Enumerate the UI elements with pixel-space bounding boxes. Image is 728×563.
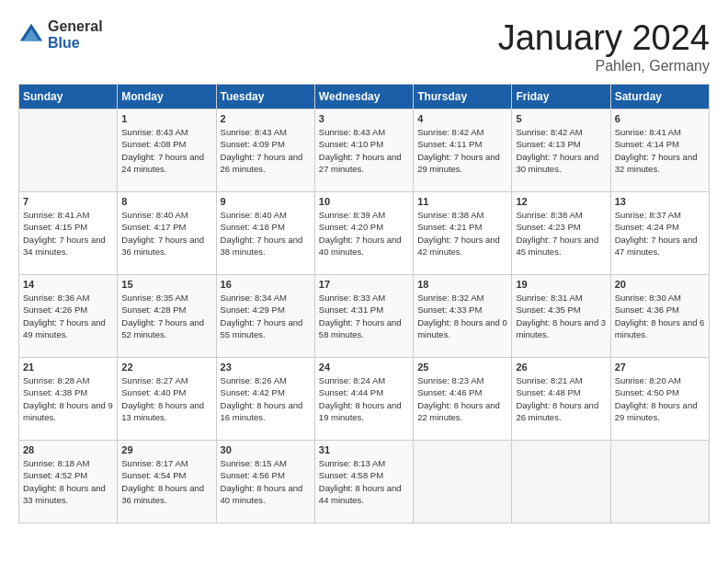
calendar-cell: 7Sunrise: 8:41 AMSunset: 4:15 PMDaylight… <box>19 192 118 275</box>
calendar-cell: 10Sunrise: 8:39 AMSunset: 4:20 PMDayligh… <box>314 192 413 275</box>
page-header: General Blue January 2024 Pahlen, German… <box>18 18 710 75</box>
logo-blue: Blue <box>48 35 103 52</box>
day-number: 22 <box>121 362 211 373</box>
calendar-cell: 6Sunrise: 8:41 AMSunset: 4:14 PMDaylight… <box>610 109 709 192</box>
day-number: 29 <box>121 444 211 455</box>
day-info: Sunrise: 8:33 AMSunset: 4:31 PMDaylight:… <box>319 292 409 340</box>
day-number: 31 <box>319 444 409 455</box>
calendar-cell: 22Sunrise: 8:27 AMSunset: 4:40 PMDayligh… <box>118 358 216 441</box>
weekday-header-friday: Friday <box>512 85 610 109</box>
day-info: Sunrise: 8:38 AMSunset: 4:23 PMDaylight:… <box>516 209 606 258</box>
calendar-cell: 9Sunrise: 8:40 AMSunset: 4:18 PMDaylight… <box>216 192 314 275</box>
logo: General Blue <box>18 18 103 51</box>
calendar-week-2: 14Sunrise: 8:36 AMSunset: 4:26 PMDayligh… <box>19 275 710 358</box>
day-number: 3 <box>319 113 409 124</box>
day-number: 24 <box>319 362 409 373</box>
calendar-table: SundayMondayTuesdayWednesdayThursdayFrid… <box>18 84 710 523</box>
day-info: Sunrise: 8:13 AMSunset: 4:58 PMDaylight:… <box>319 457 409 506</box>
day-info: Sunrise: 8:40 AMSunset: 4:18 PMDaylight:… <box>221 209 311 258</box>
day-number: 20 <box>615 279 705 290</box>
day-info: Sunrise: 8:38 AMSunset: 4:21 PMDaylight:… <box>417 209 507 258</box>
day-number: 8 <box>121 196 211 207</box>
calendar-cell: 5Sunrise: 8:42 AMSunset: 4:13 PMDaylight… <box>512 109 610 192</box>
day-info: Sunrise: 8:43 AMSunset: 4:08 PMDaylight:… <box>121 126 211 175</box>
day-number: 18 <box>417 279 507 290</box>
logo-general: General <box>48 18 103 35</box>
day-info: Sunrise: 8:35 AMSunset: 4:28 PMDaylight:… <box>121 292 211 340</box>
calendar-cell: 31Sunrise: 8:13 AMSunset: 4:58 PMDayligh… <box>314 441 413 523</box>
day-number: 5 <box>516 113 606 124</box>
calendar-cell: 11Sunrise: 8:38 AMSunset: 4:21 PMDayligh… <box>414 192 512 275</box>
day-info: Sunrise: 8:41 AMSunset: 4:14 PMDaylight:… <box>615 126 705 175</box>
calendar-cell: 26Sunrise: 8:21 AMSunset: 4:48 PMDayligh… <box>512 358 610 441</box>
weekday-header-sunday: Sunday <box>19 85 118 109</box>
day-number: 7 <box>23 196 113 207</box>
weekday-header-thursday: Thursday <box>414 85 512 109</box>
day-number: 10 <box>319 196 409 207</box>
day-number: 30 <box>221 444 311 455</box>
weekday-header-monday: Monday <box>118 85 216 109</box>
day-info: Sunrise: 8:34 AMSunset: 4:29 PMDaylight:… <box>221 292 311 340</box>
day-info: Sunrise: 8:30 AMSunset: 4:36 PMDaylight:… <box>615 292 705 340</box>
calendar-cell <box>19 109 118 192</box>
weekday-header-tuesday: Tuesday <box>216 85 314 109</box>
calendar-cell: 25Sunrise: 8:23 AMSunset: 4:46 PMDayligh… <box>414 358 512 441</box>
day-info: Sunrise: 8:43 AMSunset: 4:09 PMDaylight:… <box>221 126 311 175</box>
calendar-cell: 23Sunrise: 8:26 AMSunset: 4:42 PMDayligh… <box>216 358 314 441</box>
weekday-header-saturday: Saturday <box>610 85 709 109</box>
location: Pahlen, Germany <box>498 58 710 75</box>
calendar-cell <box>610 441 709 523</box>
calendar-cell: 14Sunrise: 8:36 AMSunset: 4:26 PMDayligh… <box>19 275 118 358</box>
day-info: Sunrise: 8:21 AMSunset: 4:48 PMDaylight:… <box>516 374 606 423</box>
day-number: 19 <box>516 279 606 290</box>
month-title: January 2024 <box>498 18 710 58</box>
day-number: 4 <box>417 113 507 124</box>
day-number: 17 <box>319 279 409 290</box>
day-number: 14 <box>23 279 113 290</box>
day-number: 15 <box>121 279 211 290</box>
weekday-header-wednesday: Wednesday <box>314 85 413 109</box>
day-info: Sunrise: 8:17 AMSunset: 4:54 PMDaylight:… <box>121 457 211 506</box>
weekday-header-row: SundayMondayTuesdayWednesdayThursdayFrid… <box>19 85 710 109</box>
day-info: Sunrise: 8:27 AMSunset: 4:40 PMDaylight:… <box>121 374 211 423</box>
day-info: Sunrise: 8:28 AMSunset: 4:38 PMDaylight:… <box>23 374 113 423</box>
calendar-cell: 24Sunrise: 8:24 AMSunset: 4:44 PMDayligh… <box>314 358 413 441</box>
calendar-cell: 2Sunrise: 8:43 AMSunset: 4:09 PMDaylight… <box>216 109 314 192</box>
calendar-week-3: 21Sunrise: 8:28 AMSunset: 4:38 PMDayligh… <box>19 358 710 441</box>
calendar-cell: 8Sunrise: 8:40 AMSunset: 4:17 PMDaylight… <box>118 192 216 275</box>
day-number: 11 <box>417 196 507 207</box>
day-number: 1 <box>121 113 211 124</box>
calendar-cell: 30Sunrise: 8:15 AMSunset: 4:56 PMDayligh… <box>216 441 314 523</box>
day-number: 23 <box>221 362 311 373</box>
day-info: Sunrise: 8:36 AMSunset: 4:26 PMDaylight:… <box>23 292 113 340</box>
calendar-cell: 19Sunrise: 8:31 AMSunset: 4:35 PMDayligh… <box>512 275 610 358</box>
day-number: 28 <box>23 444 113 455</box>
day-info: Sunrise: 8:31 AMSunset: 4:35 PMDaylight:… <box>516 292 606 340</box>
calendar-body: 1Sunrise: 8:43 AMSunset: 4:08 PMDaylight… <box>19 109 710 523</box>
calendar-cell: 28Sunrise: 8:18 AMSunset: 4:52 PMDayligh… <box>19 441 118 523</box>
calendar-week-0: 1Sunrise: 8:43 AMSunset: 4:08 PMDaylight… <box>19 109 710 192</box>
calendar-cell: 29Sunrise: 8:17 AMSunset: 4:54 PMDayligh… <box>118 441 216 523</box>
day-number: 27 <box>615 362 705 373</box>
logo-text: General Blue <box>48 18 103 51</box>
calendar-cell: 20Sunrise: 8:30 AMSunset: 4:36 PMDayligh… <box>610 275 709 358</box>
day-number: 9 <box>221 196 311 207</box>
day-info: Sunrise: 8:15 AMSunset: 4:56 PMDaylight:… <box>221 457 311 506</box>
day-info: Sunrise: 8:37 AMSunset: 4:24 PMDaylight:… <box>615 209 705 258</box>
day-info: Sunrise: 8:40 AMSunset: 4:17 PMDaylight:… <box>121 209 211 258</box>
day-info: Sunrise: 8:42 AMSunset: 4:11 PMDaylight:… <box>417 126 507 175</box>
calendar-cell: 18Sunrise: 8:32 AMSunset: 4:33 PMDayligh… <box>414 275 512 358</box>
title-section: January 2024 Pahlen, Germany <box>498 18 710 75</box>
day-number: 21 <box>23 362 113 373</box>
calendar-week-4: 28Sunrise: 8:18 AMSunset: 4:52 PMDayligh… <box>19 441 710 523</box>
calendar-header: SundayMondayTuesdayWednesdayThursdayFrid… <box>19 85 710 109</box>
day-info: Sunrise: 8:18 AMSunset: 4:52 PMDaylight:… <box>23 457 113 506</box>
day-info: Sunrise: 8:24 AMSunset: 4:44 PMDaylight:… <box>319 374 409 423</box>
calendar-week-1: 7Sunrise: 8:41 AMSunset: 4:15 PMDaylight… <box>19 192 710 275</box>
calendar-cell: 21Sunrise: 8:28 AMSunset: 4:38 PMDayligh… <box>19 358 118 441</box>
day-info: Sunrise: 8:42 AMSunset: 4:13 PMDaylight:… <box>516 126 606 175</box>
day-number: 26 <box>516 362 606 373</box>
day-info: Sunrise: 8:26 AMSunset: 4:42 PMDaylight:… <box>221 374 311 423</box>
day-number: 13 <box>615 196 705 207</box>
logo-icon <box>18 22 44 48</box>
